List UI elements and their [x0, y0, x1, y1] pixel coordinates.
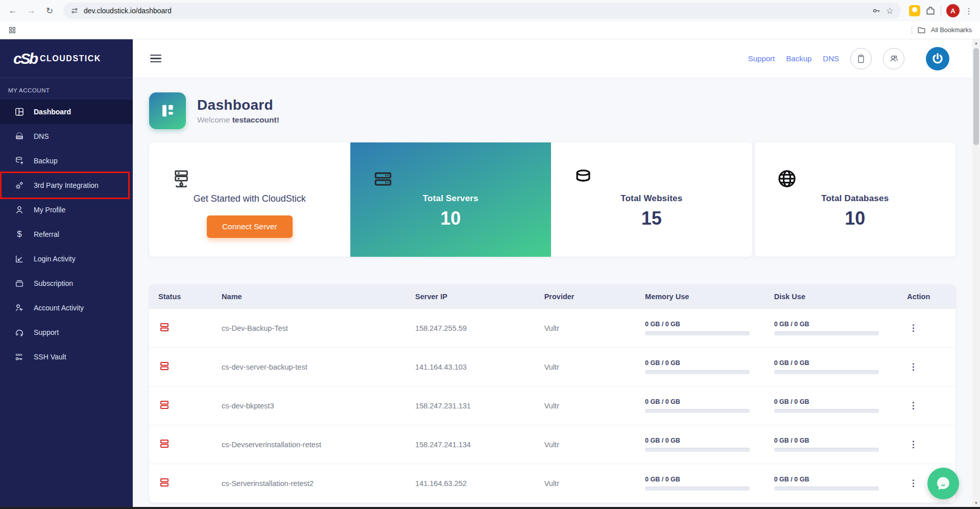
sidebar-item-label: Support	[34, 328, 59, 336]
disk-usage-bar	[774, 487, 879, 491]
disk-usage: 0 GB / 0 GB	[774, 398, 879, 413]
site-settings-icon[interactable]	[70, 7, 79, 15]
stat-label: Total Servers	[423, 193, 479, 204]
sidebar-item-dashboard[interactable]: Dashboard	[0, 100, 133, 124]
ssh-key-icon: SSH	[14, 352, 25, 362]
sidebar-item-label: Referral	[34, 230, 59, 238]
total-websites-card: Total Websites 15	[551, 142, 752, 257]
table-row: cs-dev-server-backup-test 141.164.43.103…	[149, 348, 955, 386]
stat-label: Total Websites	[620, 193, 682, 204]
forward-icon[interactable]: →	[23, 3, 39, 18]
connect-server-button[interactable]: Connect Server	[207, 215, 293, 238]
page-scrollbar[interactable]: ▲ ▼	[972, 39, 980, 509]
sidebar-item-ssh-vault[interactable]: SSH SSH Vault	[0, 345, 133, 369]
sidebar: cSb CLOUDSTICK MY ACCOUNT Dashboard DNS …	[0, 39, 133, 509]
scrollbar-down-arrow[interactable]: ▼	[972, 499, 980, 507]
disk-usage-text: 0 GB / 0 GB	[774, 359, 879, 367]
header-link-support[interactable]: Support	[748, 54, 775, 63]
sidebar-item-support[interactable]: Support	[0, 320, 133, 345]
account-activity-icon	[14, 303, 25, 313]
disk-usage-text: 0 GB / 0 GB	[774, 476, 879, 483]
toolbar-separator	[941, 6, 941, 15]
stat-value: 10	[845, 208, 865, 229]
server-status-icon	[158, 399, 171, 411]
server-name: cs-Serverinstallation-retest2	[222, 479, 314, 488]
users-button[interactable]	[883, 48, 904, 69]
browser-menu-icon[interactable]: ⋮	[965, 6, 973, 16]
browser-profile-avatar[interactable]: A	[946, 4, 960, 17]
folder-icon	[917, 26, 926, 35]
sidebar-section-label: MY ACCOUNT	[0, 78, 133, 100]
cloudstick-logo[interactable]: cSb CLOUDSTICK	[0, 39, 133, 78]
clipboard-button[interactable]	[850, 48, 872, 69]
cloudstick-logo-glyph: cSb	[13, 50, 37, 67]
sidebar-item-3rd-party-integration[interactable]: 3rd Party Integration	[0, 173, 133, 198]
dashboard-tile-icon	[149, 92, 186, 129]
row-actions-kebab-icon[interactable]: ⋮	[907, 400, 919, 411]
cloudstick-logo-text: CLOUDSTICK	[40, 54, 101, 63]
bookmark-star-icon[interactable]: ☆	[886, 6, 894, 16]
reload-icon[interactable]: ↻	[42, 3, 57, 18]
back-icon[interactable]: ←	[5, 3, 20, 18]
server-provider: Vultr	[544, 363, 559, 371]
header-link-dns[interactable]: DNS	[823, 54, 839, 63]
account-power-logo[interactable]	[926, 47, 949, 70]
scrollbar-up-arrow[interactable]: ▲	[972, 39, 980, 47]
extensions-puzzle-icon[interactable]	[925, 6, 936, 16]
apps-grid-icon[interactable]	[8, 26, 16, 34]
chart-icon	[14, 254, 25, 264]
sidebar-item-my-profile[interactable]: My Profile	[0, 198, 133, 222]
total-databases-card: Total Databases 10	[755, 142, 956, 257]
row-actions-kebab-icon[interactable]: ⋮	[907, 361, 919, 372]
backup-icon	[14, 156, 25, 166]
memory-usage: 0 GB / 0 GB	[645, 321, 750, 335]
sidebar-menu: Dashboard DNS DNS Backup 3rd Party Integ…	[0, 100, 133, 369]
all-bookmarks-button[interactable]: All Bookmarks	[931, 27, 972, 34]
sidebar-item-referral[interactable]: $ Referral	[0, 222, 133, 247]
disk-usage: 0 GB / 0 GB	[774, 476, 879, 491]
header-link-backup[interactable]: Backup	[786, 54, 811, 63]
server-name: cs-dev-server-backup-test	[222, 363, 307, 371]
server-provider: Vultr	[544, 479, 559, 488]
gears-icon	[14, 180, 25, 190]
memory-usage-text: 0 GB / 0 GB	[645, 321, 750, 328]
server-ip: 158.247.241.134	[415, 441, 471, 449]
table-row: cs-dev-bkptest3 158.247.231.131 Vultr 0 …	[149, 386, 955, 425]
server-ip: 141.164.43.103	[415, 363, 467, 371]
row-actions-kebab-icon[interactable]: ⋮	[907, 439, 919, 450]
sidebar-item-dns[interactable]: DNS DNS	[0, 124, 133, 149]
hamburger-menu-icon[interactable]	[150, 55, 161, 63]
table-row: cs-Dev-Backup-Test 158.247.255.59 Vultr …	[149, 309, 955, 348]
headset-icon	[14, 327, 25, 337]
memory-usage-text: 0 GB / 0 GB	[645, 398, 750, 405]
toolbar-extensions: A ⋮	[907, 4, 975, 17]
row-actions-kebab-icon[interactable]: ⋮	[907, 323, 919, 333]
server-status-icon	[158, 321, 171, 333]
address-bar[interactable]: dev.cloudstick.io/dashboard ☆	[63, 3, 901, 19]
get-started-title: Get Started with CloudStick	[194, 193, 306, 204]
dashboard-icon	[14, 107, 25, 117]
welcome-text: Welcome testaccount!	[197, 115, 279, 125]
stats-cards-group: Get Started with CloudStick Connect Serv…	[149, 142, 752, 257]
memory-usage: 0 GB / 0 GB	[645, 476, 750, 491]
bookmarks-separator	[912, 26, 912, 34]
disk-usage-bar	[774, 370, 879, 374]
sidebar-item-label: Subscription	[34, 279, 73, 287]
disk-usage-text: 0 GB / 0 GB	[774, 398, 879, 405]
scrollbar-thumb[interactable]	[973, 48, 979, 145]
main-area: Support Backup DNS	[133, 39, 980, 509]
page-head: Dashboard Welcome testaccount!	[149, 92, 955, 129]
sidebar-item-account-activity[interactable]: Account Activity	[0, 296, 133, 320]
live-chat-button[interactable]	[927, 468, 959, 499]
password-key-icon[interactable]	[872, 6, 881, 15]
row-actions-kebab-icon[interactable]: ⋮	[907, 478, 919, 489]
sidebar-item-login-activity[interactable]: Login Activity	[0, 247, 133, 271]
sidebar-item-subscription[interactable]: Subscription	[0, 271, 133, 296]
sidebar-item-label: DNS	[34, 132, 49, 140]
server-name: cs-Devserverinstallation-retest	[222, 441, 321, 449]
disk-usage-bar	[774, 448, 879, 452]
server-provider: Vultr	[544, 324, 559, 332]
keep-extension-icon[interactable]	[909, 5, 920, 16]
server-status-icon	[158, 476, 171, 489]
sidebar-item-backup[interactable]: Backup	[0, 149, 133, 173]
